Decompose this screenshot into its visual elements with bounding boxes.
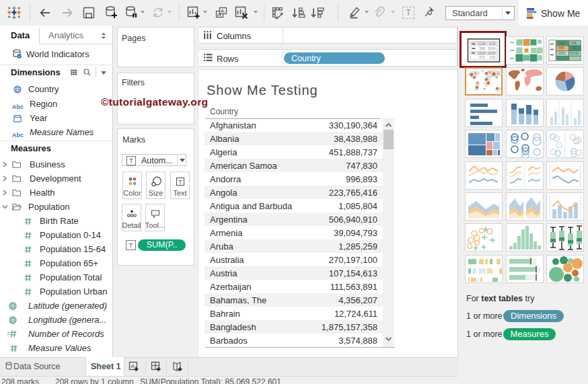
svg-text:1234: 1234 — [558, 42, 566, 45]
svg-text:546: 546 — [571, 42, 577, 45]
svg-text:2929: 2929 — [478, 51, 486, 55]
svg-text:848: 848 — [559, 46, 564, 50]
svg-text:2556: 2556 — [488, 51, 496, 55]
svg-text:1234: 1234 — [478, 42, 486, 46]
svg-text:31: 31 — [573, 46, 577, 50]
svg-text:2020: 2020 — [558, 52, 566, 55]
svg-text:322: 322 — [490, 55, 496, 59]
svg-text:971: 971 — [479, 55, 485, 59]
svg-text:51050: 51050 — [571, 52, 579, 55]
svg-text:T: T — [178, 179, 182, 186]
svg-text:368: 368 — [479, 46, 485, 50]
svg-text:678: 678 — [490, 42, 496, 46]
svg-text:3034: 3034 — [488, 46, 496, 50]
